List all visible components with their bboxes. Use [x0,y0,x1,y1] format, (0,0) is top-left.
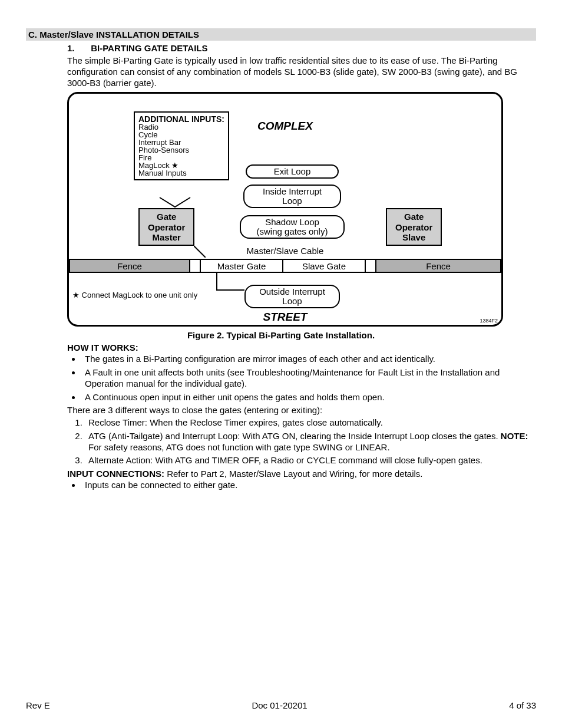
hiw-bullet-1: The gates in a Bi-Parting configuration … [81,354,536,365]
shadow-loop-box: Shadow Loop(swing gates only) [240,215,345,239]
post-left [190,259,201,273]
footer-rev: Rev E [26,700,50,710]
inside-interrupt-loop-box: Inside InterruptLoop [243,185,341,208]
exit-loop-box: Exit Loop [246,164,339,179]
inputs-title: ADDITIONAL INPUTS: [138,115,224,123]
figure-code: 1384F2 [480,318,498,324]
section-heading-text: C. Master/Slave INSTALLATION DETAILS [28,29,199,39]
inputs-list: Radio Cycle Interrupt Bar Photo-Sensors … [138,123,224,177]
input-connections-text: Refer to Part 2, Master/Slave Layout and… [164,469,423,479]
way-1: Reclose Timer: When the Reclose Timer ex… [85,417,536,429]
connector-line-icon [216,273,217,289]
inputconn-bullet: Inputs can be connected to either gate. [81,480,536,491]
connector-line-horiz-icon [216,289,244,291]
gate-operator-slave-box: GateOperatorSlave [386,208,442,246]
maglock-note: ★ Connect MagLock to one unit only [72,291,197,299]
gate-operator-master-box: GateOperatorMaster [138,208,194,246]
gate-operator-master-label: GateOperatorMaster [148,212,185,242]
input-manual: Manual Inputs [138,169,224,177]
figure-caption: Figure 2. Typical Bi-Parting Gate Instal… [26,330,536,340]
ways-intro: There are 3 different ways to close the … [67,405,536,416]
fence-left: Fence [69,259,190,273]
way-2: ATG (Anti-Tailgate) and Interrupt Loop: … [85,431,536,453]
figure-wrapper: COMPLEX ADDITIONAL INPUTS: Radio Cycle I… [67,92,536,327]
fence-gate-row: Fence Master Gate Slave Gate Fence [69,259,501,273]
gate-operator-slave-label: GateOperatorSlave [395,212,432,242]
hiw-bullet-3: A Continuous open input in either unit o… [81,392,536,403]
sub-title: BI-PARTING GATE DETAILS [91,43,207,53]
input-connections-line: INPUT CONNECTIONS: Refer to Part 2, Mast… [67,469,536,480]
footer-doc: Doc 01-20201 [252,700,307,710]
how-it-works-heading: HOW IT WORKS: [67,342,536,353]
close-ways-list: Reclose Timer: When the Reclose Timer ex… [67,417,536,466]
footer-page: 4 of 33 [509,700,536,710]
section-heading: C. Master/Slave INSTALLATION DETAILS [26,28,536,41]
page-footer: Rev E Doc 01-20201 4 of 33 [26,700,536,710]
sub-heading: 1. BI-PARTING GATE DETAILS [67,43,536,53]
hiw-bullet-2: A Fault in one unit affects both units (… [81,367,536,390]
input-connections-label: INPUT CONNECTIONS: [67,469,164,479]
figure-bottom-area: Outside InterruptLoop ★ Connect MagLock … [69,273,501,325]
fence-right: Fence [376,259,501,273]
figure-top-area: COMPLEX ADDITIONAL INPUTS: Radio Cycle I… [69,94,501,259]
master-slave-cable-label: Master/Slave Cable [69,246,501,256]
how-it-works-bullets: The gates in a Bi-Parting configuration … [67,354,536,403]
master-gate-cell: Master Gate [201,259,283,273]
outside-interrupt-loop-box: Outside InterruptLoop [244,285,340,308]
intro-paragraph: The simple Bi-Parting Gate is typically … [67,55,536,88]
way-3: Alternate Action: With ATG and TIMER OFF… [85,455,536,466]
input-connections-bullets: Inputs can be connected to either gate. [67,480,536,491]
connector-apex-icon [158,196,191,208]
sub-number: 1. [67,43,88,53]
figure-2: COMPLEX ADDITIONAL INPUTS: Radio Cycle I… [67,92,503,327]
slave-gate-cell: Slave Gate [283,259,366,273]
additional-inputs-box: ADDITIONAL INPUTS: Radio Cycle Interrupt… [134,111,229,180]
post-right [366,259,376,273]
street-label: STREET [69,311,501,324]
